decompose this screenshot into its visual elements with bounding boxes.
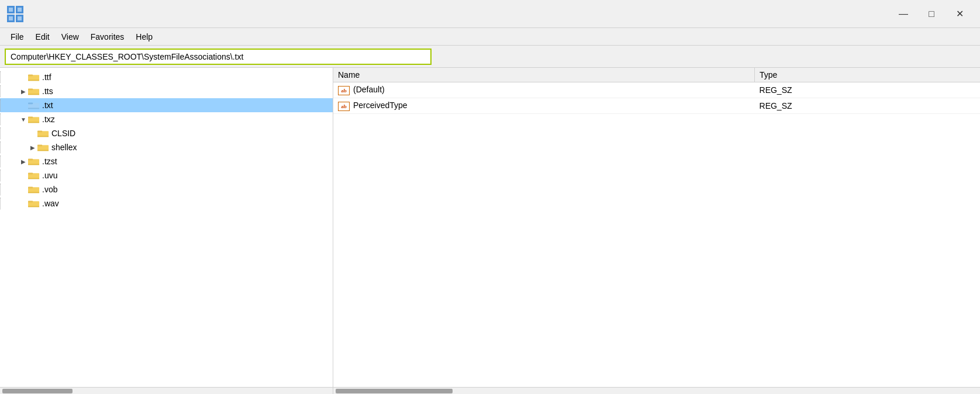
menu-item-favorites[interactable]: Favorites <box>85 30 130 44</box>
address-input[interactable] <box>5 49 432 65</box>
close-button[interactable]: ✕ <box>946 5 973 23</box>
svg-rect-30 <box>28 172 33 174</box>
svg-rect-22 <box>37 136 49 137</box>
address-bar <box>0 46 980 68</box>
folder-icon-tts <box>28 87 40 96</box>
tree-indent <box>0 71 9 83</box>
col-header-name[interactable]: Name <box>333 68 755 82</box>
tree-indent <box>0 184 9 195</box>
svg-rect-9 <box>28 74 33 76</box>
tree-label-txz: .txz <box>42 115 55 124</box>
tree-item-tzst[interactable]: ▶ .tzst <box>0 154 333 168</box>
tree-indent <box>0 141 9 153</box>
tree-indent <box>0 113 9 125</box>
tree-indent <box>0 85 9 97</box>
right-content[interactable]: NameType ab(Default)REG_SZabPerceivedTyp… <box>333 68 980 387</box>
menu-item-help[interactable]: Help <box>130 30 158 44</box>
svg-rect-28 <box>28 164 39 165</box>
tree-label-txt: .txt <box>42 101 53 110</box>
right-pane: NameType ab(Default)REG_SZabPerceivedTyp… <box>333 68 980 394</box>
folder-icon-wav <box>28 199 40 208</box>
tree-item-vob[interactable]: .vob <box>0 182 333 196</box>
tree-label-wav: .wav <box>42 199 59 208</box>
svg-rect-37 <box>28 206 39 208</box>
svg-rect-6 <box>9 16 13 20</box>
tree-item-shellex[interactable]: ▶ shellex <box>0 140 333 154</box>
tree-scrollbar-thumb <box>2 389 73 393</box>
tree-item-wav[interactable]: .wav <box>0 196 333 210</box>
tree-pane: .ttf▶ .tts .txt▼ .txz CLSID▶ shellex▶ .t… <box>0 68 333 394</box>
table-row[interactable]: abPerceivedTypeREG_SZ <box>333 98 980 114</box>
reg-sz-icon: ab <box>338 86 350 95</box>
tree-expand-tts[interactable]: ▶ <box>19 87 28 96</box>
folder-icon-txt <box>28 101 40 110</box>
svg-rect-31 <box>28 178 39 179</box>
svg-rect-24 <box>37 144 42 146</box>
tree-indent <box>0 198 9 209</box>
col-header-type[interactable]: Type <box>755 68 980 82</box>
tree-item-uvu[interactable]: .uvu <box>0 168 333 182</box>
minimize-button[interactable]: — <box>890 5 917 23</box>
tree-item-clsid[interactable]: CLSID <box>0 126 333 140</box>
svg-rect-13 <box>28 94 39 95</box>
tree-item-txz[interactable]: ▼ .txz <box>0 112 333 126</box>
svg-rect-5 <box>18 8 22 12</box>
svg-rect-4 <box>9 8 13 12</box>
tree-expand-txz[interactable]: ▼ <box>19 115 28 124</box>
svg-rect-25 <box>37 150 49 151</box>
tree-scrollbar-h[interactable] <box>0 387 333 394</box>
svg-rect-12 <box>28 88 33 90</box>
folder-icon-clsid <box>37 129 49 138</box>
reg-sz-icon: ab <box>338 102 350 111</box>
svg-rect-10 <box>28 80 39 81</box>
tree-label-ttf: .ttf <box>42 72 51 82</box>
tree-indent <box>0 99 9 111</box>
svg-rect-33 <box>28 186 33 188</box>
table-header: NameType <box>333 68 980 82</box>
folder-icon-shellex <box>37 143 49 152</box>
tree-indent <box>0 170 9 181</box>
tree-scroll[interactable]: .ttf▶ .tts .txt▼ .txz CLSID▶ shellex▶ .t… <box>0 68 333 387</box>
main-content: .ttf▶ .tts .txt▼ .txz CLSID▶ shellex▶ .t… <box>0 68 980 394</box>
tree-expand-shellex[interactable]: ▶ <box>28 143 37 152</box>
cell-name: abPerceivedType <box>333 98 755 114</box>
svg-rect-19 <box>28 122 39 123</box>
table-body: ab(Default)REG_SZabPerceivedTypeREG_SZ <box>333 82 980 114</box>
maximize-button[interactable]: □ <box>918 5 945 23</box>
title-left <box>7 6 29 22</box>
menu-bar: FileEditViewFavoritesHelp <box>0 28 980 46</box>
menu-item-view[interactable]: View <box>56 30 85 44</box>
cell-type: REG_SZ <box>755 82 980 98</box>
tree-label-vob: .vob <box>42 185 57 194</box>
svg-rect-7 <box>18 16 22 20</box>
right-scrollbar-h[interactable] <box>333 387 980 394</box>
svg-rect-36 <box>28 201 33 202</box>
tree-item-ttf[interactable]: .ttf <box>0 70 333 84</box>
tree-indent <box>0 155 9 167</box>
folder-icon-uvu <box>28 171 40 180</box>
menu-item-file[interactable]: File <box>5 30 30 44</box>
cell-type: REG_SZ <box>755 98 980 114</box>
tree-indent <box>0 127 9 139</box>
table-row[interactable]: ab(Default)REG_SZ <box>333 82 980 98</box>
cell-name: ab(Default) <box>333 82 755 98</box>
folder-icon-vob <box>28 185 40 194</box>
cell-name-text: PerceivedType <box>353 101 408 110</box>
right-scrollbar-thumb <box>336 389 453 393</box>
registry-table: NameType ab(Default)REG_SZabPerceivedTyp… <box>333 68 980 114</box>
svg-rect-34 <box>28 192 39 193</box>
tree-item-txt[interactable]: .txt <box>0 98 333 112</box>
title-bar: — □ ✕ <box>0 0 980 28</box>
svg-rect-15 <box>28 102 33 104</box>
tree-expand-tzst[interactable]: ▶ <box>19 157 28 166</box>
cell-name-text: (Default) <box>353 85 385 94</box>
window-controls: — □ ✕ <box>890 5 973 23</box>
tree-label-uvu: .uvu <box>42 171 57 180</box>
app-icon <box>7 6 23 22</box>
tree-item-tts[interactable]: ▶ .tts <box>0 84 333 98</box>
svg-rect-21 <box>37 130 42 132</box>
svg-rect-16 <box>28 108 39 109</box>
folder-icon-txz <box>28 115 40 124</box>
svg-rect-27 <box>28 158 33 160</box>
menu-item-edit[interactable]: Edit <box>30 30 56 44</box>
